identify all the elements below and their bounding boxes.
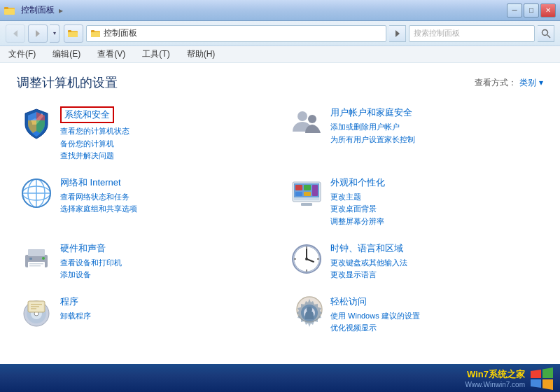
panel-user-accounts-text: 用户帐户和家庭安全 添加或删除用户帐户 为所有用户设置家长控制 <box>330 106 540 146</box>
shield-icon <box>20 106 53 140</box>
sub-item[interactable]: 添加设备 <box>60 269 270 281</box>
menu-file[interactable]: 文件(F) <box>6 47 38 62</box>
panel-hardware-text: 硬件和声音 查看设备和打印机 添加设备 <box>60 242 270 281</box>
panel-network-subs: 查看网络状态和任务 选择家庭组和共享选项 <box>60 191 270 216</box>
search-bar[interactable]: 搜索控制面板 <box>409 25 535 42</box>
panel-ease[interactable]: 轻松访问 使用 Windows 建议的设置 优化视频显示 <box>287 291 543 339</box>
svg-rect-37 <box>29 265 41 267</box>
panel-system-security-title[interactable]: 系统和安全 <box>60 106 114 123</box>
title-bar: 控制面板 ▸ ─ □ ✕ <box>0 0 560 21</box>
sub-item[interactable]: 更改桌面背景 <box>330 203 540 216</box>
sub-item[interactable]: 备份您的计算机 <box>60 138 270 150</box>
view-value[interactable]: 类别 <box>519 77 536 89</box>
view-options: 查看方式： 类别 ▾ <box>475 77 543 89</box>
svg-point-35 <box>42 257 45 260</box>
svg-rect-2 <box>4 7 8 9</box>
taskbar-main-text: Win7系统之家 <box>465 368 525 381</box>
search-icon <box>541 29 551 38</box>
svg-point-12 <box>542 29 547 35</box>
svg-point-14 <box>298 111 307 121</box>
svg-rect-10 <box>91 30 94 32</box>
sub-item[interactable]: 更改键盘或其他输入法 <box>330 257 540 270</box>
svg-rect-36 <box>29 263 43 265</box>
close-button[interactable]: ✕ <box>540 4 556 18</box>
menu-help[interactable]: 帮助(H) <box>184 47 218 62</box>
panel-hardware[interactable]: 硬件和声音 查看设备和打印机 添加设备 <box>17 238 273 286</box>
title-bar-left: 控制面板 ▸ <box>4 4 64 16</box>
view-dropdown-icon[interactable]: ▾ <box>539 78 543 88</box>
sub-item[interactable]: 查看设备和打印机 <box>60 257 270 270</box>
panel-programs-subs: 卸载程序 <box>60 310 270 323</box>
panel-ease-title[interactable]: 轻松访问 <box>330 295 540 308</box>
svg-marker-3 <box>13 30 18 37</box>
sub-item[interactable]: 添加或删除用户帐户 <box>330 121 540 134</box>
panel-hardware-title[interactable]: 硬件和声音 <box>60 242 270 255</box>
svg-rect-6 <box>68 32 78 37</box>
recent-button[interactable] <box>64 24 83 43</box>
sub-item[interactable]: 查看您的计算机状态 <box>60 125 270 138</box>
panel-appearance-text: 外观和个性化 更改主题 更改桌面背景 调整屏幕分辨率 <box>330 176 540 228</box>
programs-icon <box>20 295 53 329</box>
sub-item[interactable]: 更改显示语言 <box>330 269 540 281</box>
taskbar-branding: Win7系统之家 Www.Winwin7.com <box>465 368 525 388</box>
svg-line-13 <box>547 35 550 38</box>
panel-clock[interactable]: 时钟、语言和区域 更改键盘或其他输入法 更改显示语言 <box>287 238 543 286</box>
back-button[interactable] <box>6 24 25 43</box>
sub-item[interactable]: 卸载程序 <box>60 310 270 323</box>
view-label: 查看方式： <box>475 77 517 89</box>
svg-rect-27 <box>295 192 302 196</box>
taskbar-logo: Win7系统之家 Www.Winwin7.com <box>465 365 554 391</box>
sub-item[interactable]: 选择家庭组和共享选项 <box>60 203 270 216</box>
panel-appearance-subs: 更改主题 更改桌面背景 调整屏幕分辨率 <box>330 191 540 228</box>
svg-marker-4 <box>36 30 40 37</box>
search-button[interactable] <box>538 25 554 42</box>
maximize-button[interactable]: □ <box>524 4 539 18</box>
panel-appearance[interactable]: 外观和个性化 更改主题 更改桌面背景 调整屏幕分辨率 <box>287 172 543 232</box>
svg-rect-29 <box>312 185 318 196</box>
panel-appearance-title[interactable]: 外观和个性化 <box>330 176 540 189</box>
window-title: 控制面板 <box>21 4 55 16</box>
taskbar: Win7系统之家 Www.Winwin7.com <box>0 364 560 392</box>
svg-rect-32 <box>28 249 45 256</box>
panel-network-text: 网络和 Internet 查看网络状态和任务 选择家庭组和共享选项 <box>60 176 270 216</box>
title-bar-controls[interactable]: ─ □ ✕ <box>507 4 556 18</box>
panel-user-accounts-subs: 添加或删除用户帐户 为所有用户设置家长控制 <box>330 121 540 146</box>
sub-item[interactable]: 更改主题 <box>330 191 540 204</box>
sub-item[interactable]: 查找并解决问题 <box>60 150 270 162</box>
address-folder-icon <box>91 29 101 38</box>
panel-system-security[interactable]: 系统和安全 查看您的计算机状态 备份您的计算机 查找并解决问题 <box>17 102 273 167</box>
network-icon <box>20 176 53 210</box>
menu-tools[interactable]: 工具(T) <box>139 47 172 62</box>
minimize-button[interactable]: ─ <box>507 4 522 18</box>
menu-view[interactable]: 查看(V) <box>94 47 128 62</box>
panel-network-title[interactable]: 网络和 Internet <box>60 176 270 189</box>
svg-point-15 <box>308 115 316 123</box>
panel-user-accounts[interactable]: 用户帐户和家庭安全 添加或删除用户帐户 为所有用户设置家长控制 <box>287 102 543 167</box>
panel-clock-title[interactable]: 时钟、语言和区域 <box>330 242 540 255</box>
ease-icon <box>290 295 323 329</box>
panel-network[interactable]: 网络和 Internet 查看网络状态和任务 选择家庭组和共享选项 <box>17 172 273 232</box>
sub-item[interactable]: 优化视频显示 <box>330 322 540 335</box>
forward-button[interactable] <box>28 24 48 43</box>
panel-programs[interactable]: 程序 卸载程序 <box>17 291 273 339</box>
sub-item[interactable]: 为所有用户设置家长控制 <box>330 134 540 146</box>
sub-item[interactable]: 使用 Windows 建议的设置 <box>330 310 540 323</box>
svg-rect-25 <box>295 185 302 190</box>
windows-logo <box>529 365 554 391</box>
svg-rect-24 <box>294 197 319 200</box>
panel-user-accounts-title[interactable]: 用户帐户和家庭安全 <box>330 106 540 119</box>
address-bar[interactable]: 控制面板 <box>86 25 386 42</box>
nav-dropdown-button[interactable]: ▾ <box>50 24 59 43</box>
panel-programs-title[interactable]: 程序 <box>60 295 270 308</box>
menu-edit[interactable]: 编辑(E) <box>50 47 83 62</box>
svg-point-42 <box>305 258 308 260</box>
panel-clock-text: 时钟、语言和区域 更改键盘或其他输入法 更改显示语言 <box>330 242 540 281</box>
svg-rect-1 <box>4 9 15 15</box>
sub-item[interactable]: 调整屏幕分辨率 <box>330 216 540 228</box>
menu-bar: 文件(F) 编辑(E) 查看(V) 工具(T) 帮助(H) <box>0 46 560 63</box>
hardware-icon <box>20 242 53 276</box>
svg-marker-11 <box>396 30 400 37</box>
sub-item[interactable]: 查看网络状态和任务 <box>60 191 270 204</box>
address-refresh-button[interactable] <box>389 25 406 42</box>
main-content: 调整计算机的设置 查看方式： 类别 ▾ <box>0 63 560 364</box>
